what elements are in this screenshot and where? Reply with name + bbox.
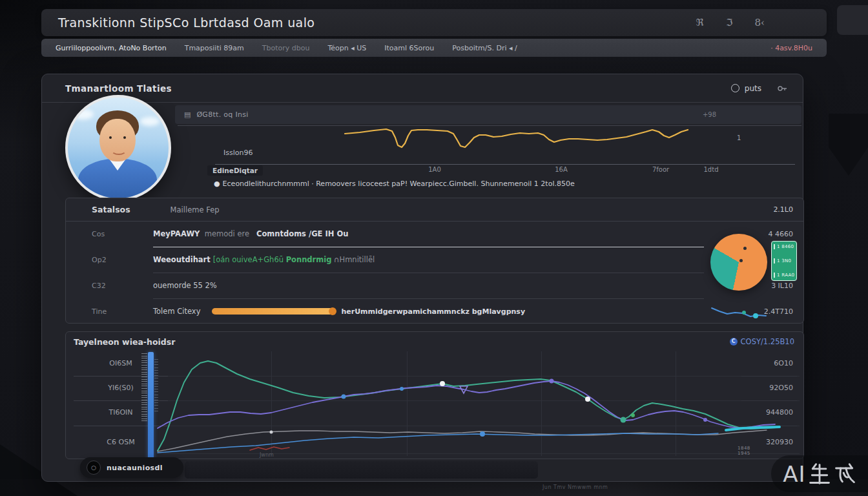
nav-item[interactable]: Tbotory dbou (262, 44, 310, 52)
footer-pill-button[interactable]: ○ nuacauniosdl (80, 457, 183, 478)
card-title: Tmanartloom Tlaties (65, 83, 172, 94)
data-point-marker (270, 431, 273, 434)
progress-dot (329, 307, 336, 315)
side-value: 1 (737, 134, 741, 141)
tool-icon[interactable] (777, 84, 787, 93)
chart-badge[interactable]: EdineDiqtar (207, 165, 263, 176)
table-header-value: 2.1L0 (773, 205, 793, 214)
data-point-marker (342, 395, 346, 399)
background-corner-panel (837, 5, 868, 35)
row-label: C32 (66, 282, 153, 290)
avatar-smile (111, 145, 127, 155)
data-point-marker (703, 418, 707, 422)
cjk-cheng-icon (833, 462, 856, 486)
axis-tick-label: 7foor (652, 166, 669, 173)
table-row: CosMeyPAAWY memodi ere Comntdoms /GE IH … (66, 221, 803, 247)
row-content: Tolem CitexyherUmmidgerwpamichammnckz bg… (153, 307, 713, 316)
top-line-chart (175, 123, 801, 165)
nav-item[interactable]: Gurriiloppoolivm, AtoNo Borton (56, 44, 167, 52)
ai-watermark: AI (771, 455, 868, 492)
list-icon: ▤ (184, 110, 191, 119)
chevron-down-shape (829, 147, 868, 176)
row-text: ouemorde 55 2% (153, 281, 217, 290)
row-text: ∩Hmnitillēl (331, 255, 375, 264)
card-header: Tmanartloom Tlaties puts (42, 74, 803, 103)
main-card: Tmanartloom Tlaties puts ▤ ØG8tt. oq Ins… (41, 74, 803, 482)
data-point-marker (440, 381, 445, 386)
avatar-face (99, 119, 136, 161)
nav-item[interactable]: Tmaposiiti 89am (185, 44, 244, 52)
row-label: Cos (66, 230, 153, 238)
status-circle-icon[interactable] (731, 84, 739, 92)
pie-legend-box: 1 84601 3N01 RAA0 (771, 241, 797, 281)
cloud-shape (72, 109, 94, 119)
axis-tick-label: 16A (555, 166, 568, 173)
multi-line-chart (153, 350, 799, 460)
chart-caption: ●Eceondlelithurchnmmml · Remoovers licoc… (214, 180, 575, 188)
nav-item[interactable]: Téopn ◂ US (327, 44, 366, 52)
globe-icon[interactable]: ℑ (726, 17, 732, 28)
axis-tick-label: 1dtd (704, 166, 719, 173)
status-group: puts (731, 84, 787, 93)
chart-note: Isslon96 (223, 149, 253, 157)
page-footnote: Jun Tmv Nmwwm mnm (542, 484, 608, 490)
monitor-link[interactable]: C COSY/1.25B10 (730, 337, 794, 346)
row-text: Weeoutdihart (153, 255, 213, 264)
table-row: Op2Weeoutdihart [oán ouiveA+Gh6ū Ponndrm… (66, 247, 803, 273)
data-point-marker (480, 431, 485, 437)
nav-alert-text: · 4asv.8H0u (770, 44, 812, 52)
profile-strip: ▤ ØG8tt. oq Insi +98 (175, 105, 801, 124)
axis-tick-label: 1A0 (428, 166, 441, 173)
table-subtitle: Mailleme Fep (170, 205, 220, 214)
avatar-eye (109, 136, 112, 139)
row-text: Tolem Citexy (153, 307, 200, 316)
footer-input-bar[interactable] (185, 461, 538, 479)
row-value: 2.4T710 (713, 307, 803, 316)
row-content: Weeoutdihart [oán ouiveA+Gh6ū Ponndrmig … (153, 255, 713, 264)
corner-note-line: 1848 (738, 446, 750, 451)
table-rows: CosMeyPAAWY memodi ere Comntdoms /GE IH … (66, 221, 803, 323)
row-text: Ponndrmig (286, 255, 332, 264)
data-point-marker (631, 413, 635, 417)
row-value: 4 4660 (713, 230, 803, 238)
tiny-note: Jwnm (260, 452, 274, 458)
row-label: Tine (66, 307, 153, 316)
bullet-icon: ● (214, 180, 220, 188)
progress-pill[interactable] (212, 308, 335, 315)
app-title: Transkitionn StipSCo Lbrtdasd Oam ualo (58, 16, 315, 30)
row-value: 3 IL10 (713, 282, 803, 290)
profile-strip-label: ØG8tt. oq Insi (196, 110, 248, 119)
watermark-latin: AI (783, 461, 805, 487)
red-series (250, 447, 289, 450)
avatar[interactable] (65, 95, 171, 201)
corner-note-line: 1945 (738, 451, 750, 456)
legend-item: 1 RAA0 (774, 273, 794, 278)
background-shape (829, 114, 868, 147)
data-point-marker (585, 397, 590, 402)
row-text: MeyPAAWY (153, 229, 200, 238)
nav-item[interactable]: Itoaml 6Sorou (384, 44, 434, 52)
ornament-icon[interactable]: ℜ (696, 17, 704, 28)
header-icons: ℜℑ8‹ (696, 17, 765, 28)
nav-bar: Gurriiloppoolivm, AtoNo BortonTmaposiiti… (41, 39, 827, 57)
monitor-link-text: COSY/1.25B10 (741, 337, 794, 346)
row-content: ouemorde 55 2% (153, 281, 713, 290)
cjk-sheng-icon (808, 462, 831, 486)
corner-note: 1848 1945 (738, 446, 750, 456)
avatar-eye (123, 136, 126, 139)
footer-pill-label: nuacauniosdl (107, 464, 163, 472)
share-icon[interactable]: 8‹ (754, 17, 765, 28)
row-text: herUmmidgerwpamichammnckz bgMlavgpnsy (341, 307, 525, 316)
blue-series (158, 433, 718, 453)
row-label: Op2 (66, 256, 153, 264)
status-label: puts (745, 84, 761, 93)
nav-item[interactable]: Posboitm/S. Dri ◂ / (452, 44, 517, 52)
caption-text: Eceondlelithurchnmmml · Remoovers licoce… (223, 180, 575, 188)
monitor-panel: Tayelneon wiea-hoidsr C COSY/1.25B10 OI6… (65, 331, 804, 459)
row-text: Comntdoms /GE IH Ou (256, 229, 348, 238)
teal-series (158, 361, 776, 451)
table-row: C32ouemorde 55 2%3 IL10 (66, 273, 803, 298)
record-icon: ○ (87, 460, 101, 475)
gray-series (158, 430, 767, 451)
status-table-panel: Satalsos Mailleme Fep 2.1L0 CosMeyPAAWY … (65, 198, 804, 324)
